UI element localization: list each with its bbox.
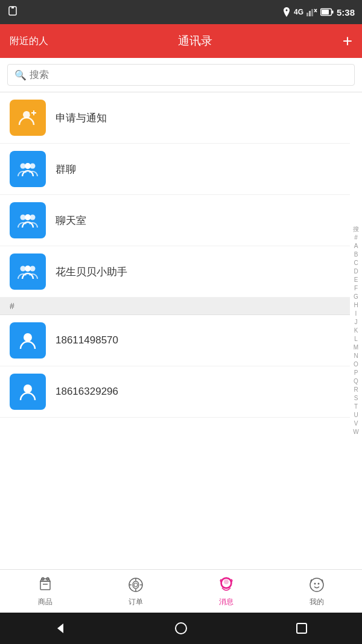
avatar xyxy=(10,253,46,290)
main-content: 申请与通知 群聊 xyxy=(0,92,362,569)
alpha-q[interactable]: Q xyxy=(351,377,361,386)
home-button[interactable] xyxy=(172,619,190,637)
alpha-d[interactable]: D xyxy=(351,267,361,276)
nav-item-messages[interactable]: 消息 xyxy=(181,575,272,607)
alpha-m[interactable]: M xyxy=(351,343,361,352)
alpha-r[interactable]: R xyxy=(351,386,361,394)
list-item[interactable]: 18611498570 xyxy=(0,315,350,366)
avatar xyxy=(10,202,46,238)
alpha-k[interactable]: K xyxy=(351,327,361,335)
nav-label-orders: 订单 xyxy=(129,597,143,607)
page-title: 通讯录 xyxy=(178,33,212,49)
goods-icon xyxy=(36,575,55,595)
avatar xyxy=(10,151,46,187)
alpha-c[interactable]: C xyxy=(351,259,361,267)
svg-rect-1 xyxy=(11,7,14,8)
network-type: 4G xyxy=(294,8,303,16)
alpha-e[interactable]: E xyxy=(351,276,361,284)
alpha-search[interactable]: 搜 xyxy=(351,225,361,234)
item-name-phone2: 18616329296 xyxy=(56,386,118,398)
svg-point-24 xyxy=(24,384,32,393)
nav-label-mine: 我的 xyxy=(310,597,324,607)
nav-item-orders[interactable]: 订单 xyxy=(91,575,181,607)
avatar xyxy=(10,374,46,410)
nav-item-mine[interactable]: 我的 xyxy=(272,575,362,607)
messages-icon xyxy=(217,575,236,595)
alpha-v[interactable]: V xyxy=(351,419,361,428)
list-item[interactable]: 申请与通知 xyxy=(0,92,350,144)
alpha-j[interactable]: J xyxy=(351,318,361,327)
search-bar: 🔍 xyxy=(0,58,362,92)
svg-rect-42 xyxy=(297,623,306,633)
item-name-chat-room: 聊天室 xyxy=(56,214,86,228)
svg-marker-40 xyxy=(57,623,63,633)
list-item[interactable]: 18616329296 xyxy=(0,366,350,418)
nearby-people-link[interactable]: 附近的人 xyxy=(10,35,48,48)
avatar xyxy=(10,100,46,136)
recent-apps-button[interactable] xyxy=(293,619,311,637)
nav-label-goods: 商品 xyxy=(38,597,52,607)
list-item[interactable]: 群聊 xyxy=(0,144,350,195)
item-name-group-chat: 群聊 xyxy=(56,162,76,176)
list-item[interactable]: 聊天室 xyxy=(0,195,350,246)
alpha-u[interactable]: U xyxy=(351,411,361,419)
alphabet-index[interactable]: 搜 # A B C D E F G H I J K L M N O P Q R … xyxy=(350,92,362,569)
svg-point-37 xyxy=(310,578,323,591)
status-bar: 4G 5:38 xyxy=(0,0,362,24)
orders-icon xyxy=(126,575,145,595)
alpha-g[interactable]: G xyxy=(351,293,361,301)
status-icons: 4G 5:38 xyxy=(282,7,355,18)
svg-point-39 xyxy=(318,583,320,585)
alpha-o[interactable]: O xyxy=(351,360,361,369)
item-name-apply: 申请与通知 xyxy=(56,111,107,125)
app-header: 附近的人 通讯录 + xyxy=(0,24,362,58)
svg-point-38 xyxy=(314,583,316,585)
nav-item-goods[interactable]: 商品 xyxy=(0,575,91,607)
android-nav-bar xyxy=(0,613,362,644)
alpha-hash[interactable]: # xyxy=(351,234,361,242)
mine-icon xyxy=(307,575,326,595)
svg-point-19 xyxy=(25,214,31,220)
alpha-f[interactable]: F xyxy=(351,284,361,293)
svg-rect-2 xyxy=(306,13,308,16)
alpha-h[interactable]: H xyxy=(351,301,361,310)
svg-rect-3 xyxy=(309,11,311,16)
alpha-p[interactable]: P xyxy=(351,369,361,377)
list-item[interactable]: 花生贝贝小助手 xyxy=(0,246,350,298)
item-name-phone1: 18611498570 xyxy=(56,334,118,346)
svg-rect-9 xyxy=(332,11,334,14)
alpha-s[interactable]: S xyxy=(351,394,361,403)
alpha-t[interactable]: T xyxy=(351,403,361,411)
svg-rect-4 xyxy=(311,9,313,16)
alpha-n[interactable]: N xyxy=(351,352,361,360)
svg-point-29 xyxy=(134,583,138,587)
alpha-a[interactable]: A xyxy=(351,242,361,250)
alpha-b[interactable]: B xyxy=(351,250,361,259)
avatar xyxy=(10,322,46,359)
svg-point-35 xyxy=(224,579,229,584)
svg-rect-25 xyxy=(40,581,50,590)
item-name-assistant: 花生贝贝小助手 xyxy=(56,265,127,279)
alpha-w[interactable]: W xyxy=(351,428,361,436)
alpha-l[interactable]: L xyxy=(351,335,361,343)
svg-point-16 xyxy=(25,163,31,169)
status-time: 5:38 xyxy=(337,7,355,18)
svg-point-22 xyxy=(25,266,31,272)
svg-point-23 xyxy=(24,333,32,342)
svg-point-41 xyxy=(176,623,186,634)
add-contact-button[interactable]: + xyxy=(343,31,352,51)
bottom-nav: 商品 订单 xyxy=(0,569,362,613)
nav-label-messages: 消息 xyxy=(219,597,233,607)
contact-list: 申请与通知 群聊 xyxy=(0,92,362,418)
svg-rect-8 xyxy=(322,10,329,14)
back-button[interactable] xyxy=(51,619,69,637)
search-input[interactable] xyxy=(7,64,355,86)
section-header-hash: # xyxy=(0,298,350,315)
alpha-i[interactable]: I xyxy=(351,310,361,318)
